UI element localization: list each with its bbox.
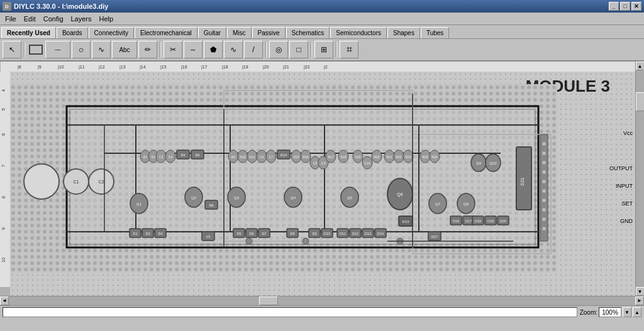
component-tabs: Recently Used Boards Connectivity Electr… [0, 25, 644, 39]
horizontal-scrollbar[interactable]: ◄ ► [0, 296, 644, 305]
pcb-svg[interactable]: C1 C2 Q1 D1 D3 D4 R1 [10, 72, 635, 296]
tool-sine[interactable]: ∿ [224, 41, 243, 58]
svg-text:D5: D5 [236, 232, 241, 236]
menu-file[interactable]: File [1, 14, 20, 24]
hscroll-track[interactable] [9, 296, 635, 305]
svg-text:Q1: Q1 [136, 202, 142, 206]
hscroll-thumb[interactable] [259, 296, 278, 305]
hscroll-left[interactable]: ◄ [0, 296, 9, 305]
svg-text:Q10: Q10 [489, 161, 497, 165]
svg-text:C10: C10 [364, 161, 370, 165]
svg-text:R8: R8 [209, 203, 213, 207]
menu-edit[interactable]: Edit [20, 14, 40, 24]
window-controls: _ □ ✕ [609, 2, 641, 11]
vscroll-track[interactable] [636, 70, 645, 287]
svg-text:D10: D10 [324, 232, 330, 236]
tool-select[interactable]: ↖ [3, 41, 21, 58]
tool-rectangle[interactable] [29, 45, 43, 55]
svg-text:R26: R26 [431, 155, 437, 159]
ruler-left: 4 5 6 7 8 9 10 [0, 72, 10, 287]
tab-boards[interactable]: Boards [57, 27, 88, 38]
zoom-down[interactable]: ▼ [623, 307, 631, 317]
svg-text:R2: R2 [152, 155, 156, 159]
svg-text:4: 4 [1, 89, 6, 92]
svg-text:|11: |11 [79, 65, 85, 70]
svg-text:Q8: Q8 [464, 202, 469, 206]
tool-rect2[interactable]: □ [289, 41, 308, 58]
svg-text:R23: R23 [405, 155, 411, 159]
tab-recently-used[interactable]: Recently Used [1, 27, 56, 38]
tool-cut[interactable]: ✂ [164, 41, 182, 58]
svg-text:D8: D8 [290, 232, 294, 236]
tab-connectivity[interactable]: Connectivity [89, 27, 134, 38]
svg-point-173 [542, 198, 546, 202]
tool-crosshatch[interactable]: ⌗ [340, 41, 358, 58]
close-button[interactable]: ✕ [631, 2, 641, 11]
tool-polygon[interactable]: ⬟ [204, 41, 223, 58]
menu-layers[interactable]: Layers [67, 14, 96, 24]
tab-schematics[interactable]: Schematics [286, 27, 330, 38]
toolbar-sep-5 [336, 42, 337, 57]
tab-passive[interactable]: Passive [252, 27, 286, 38]
menu-config[interactable]: Config [40, 14, 67, 24]
tab-tubes[interactable]: Tubes [421, 27, 449, 38]
toolbar-sep-3 [265, 42, 267, 57]
svg-text:R19: R19 [355, 155, 360, 159]
zoom-up[interactable]: ▲ [633, 307, 641, 317]
svg-text:C6: C6 [260, 155, 264, 159]
vscroll-down[interactable]: ▼ [636, 287, 645, 296]
tab-semiconductors[interactable]: Semiconductors [330, 27, 387, 38]
toolbar: ↖ — ○ ∿ Abc ✏ ✂ ～ ⬟ ∿ / ◎ □ ⊞ ⌗ [0, 39, 644, 62]
tab-shapes[interactable]: Shapes [387, 27, 420, 38]
svg-text:C2: C2 [99, 180, 104, 184]
svg-text:7: 7 [1, 165, 6, 167]
svg-text:D15: D15 [402, 220, 409, 224]
svg-text:|8: |8 [18, 65, 21, 70]
tool-diagonal[interactable]: / [244, 41, 263, 58]
svg-text:R27: R27 [431, 235, 438, 239]
svg-text:|13: |13 [119, 65, 126, 70]
svg-text:R21: R21 [386, 155, 392, 159]
svg-text:|15: |15 [160, 65, 167, 70]
svg-text:D7: D7 [262, 232, 266, 236]
maximize-button[interactable]: □ [620, 2, 630, 11]
tool-text[interactable]: Abc [112, 41, 137, 58]
tool-target[interactable]: ◎ [269, 41, 288, 58]
svg-text:D13: D13 [365, 232, 371, 236]
svg-text:|16: |16 [181, 65, 187, 70]
pcb-grid[interactable]: MODULE 3 Vcc OUTPUT INPUT SET GND [10, 72, 635, 296]
tool-line[interactable]: — [45, 41, 70, 58]
svg-text:|17: |17 [201, 65, 208, 70]
tool-pencil[interactable]: ✏ [138, 41, 157, 58]
tab-electromechanical[interactable]: Electromechanical [135, 27, 197, 38]
svg-text:8: 8 [1, 196, 6, 198]
svg-text:5: 5 [1, 108, 6, 111]
svg-text:|10: |10 [58, 65, 64, 70]
tool-curve[interactable]: ∿ [92, 41, 111, 58]
menu-help[interactable]: Help [96, 14, 118, 24]
svg-rect-0 [0, 62, 635, 72]
minimize-button[interactable]: _ [609, 2, 619, 11]
svg-text:|22: |22 [304, 65, 310, 70]
svg-text:R20: R20 [374, 155, 379, 159]
svg-text:D17: D17 [465, 219, 472, 223]
hscroll-right[interactable]: ► [635, 296, 644, 305]
vscroll-thumb[interactable] [636, 92, 645, 111]
toolbar-sep-2 [160, 42, 161, 57]
tool-circle[interactable]: ○ [72, 41, 91, 58]
svg-text:R18: R18 [340, 155, 346, 159]
tab-misc[interactable]: Misc [227, 27, 252, 38]
canvas-area[interactable]: // Rendered via inline positioning |8 |9… [0, 62, 635, 296]
app-icon: D [3, 2, 11, 11]
svg-text:R25: R25 [422, 155, 428, 159]
tab-guitar[interactable]: Guitar [198, 27, 226, 38]
svg-text:R16: R16 [303, 155, 308, 159]
vertical-scrollbar[interactable]: ▲ ▼ [635, 62, 644, 296]
svg-point-172 [542, 189, 546, 193]
svg-text:|20: |20 [263, 65, 269, 70]
vscroll-up[interactable]: ▲ [636, 62, 645, 70]
tool-wave[interactable]: ～ [184, 41, 203, 58]
tool-grid[interactable]: ⊞ [314, 41, 333, 58]
svg-text:R17: R17 [328, 155, 333, 159]
svg-text:C5: C5 [206, 235, 210, 239]
